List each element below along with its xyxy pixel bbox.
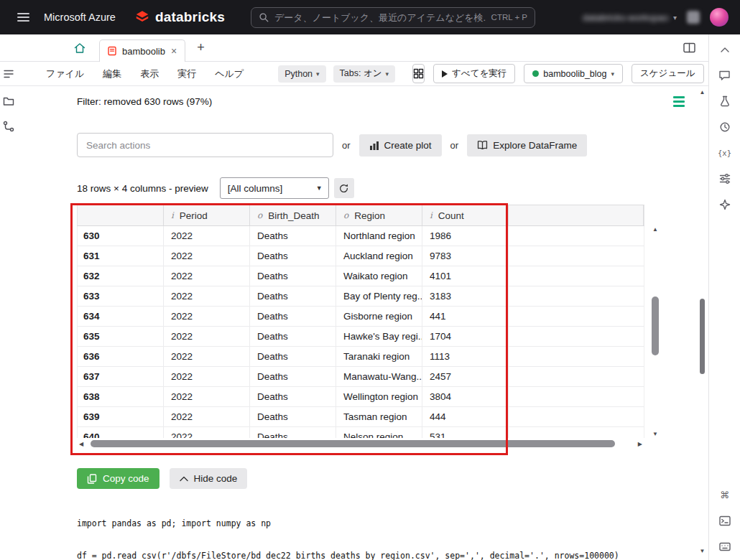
table-cell: Deaths bbox=[250, 367, 336, 386]
workspace-name-blurred: databricks-workspace bbox=[583, 12, 669, 23]
copy-code-button[interactable]: Copy code bbox=[77, 468, 159, 489]
right-icon-rail: {x} ⌘ bbox=[708, 34, 740, 560]
table-cell-filler bbox=[509, 367, 644, 386]
language-label: Python bbox=[285, 69, 313, 79]
menu-file[interactable]: ファイル bbox=[46, 67, 84, 80]
menu-help[interactable]: ヘルプ bbox=[215, 67, 244, 80]
assistant-sparkle-icon[interactable] bbox=[717, 198, 733, 211]
play-icon bbox=[442, 70, 448, 78]
cluster-label: bamboolib_blog bbox=[543, 69, 606, 79]
folder-icon[interactable] bbox=[3, 95, 14, 110]
tab-close-icon[interactable]: × bbox=[170, 45, 177, 57]
table-cell: Tasman region bbox=[336, 407, 422, 426]
arrow-down-icon[interactable]: ▼ bbox=[652, 431, 658, 438]
table-cell: Deaths bbox=[250, 347, 336, 366]
chevron-down-icon: ▼ bbox=[316, 185, 323, 192]
table-cell: 2022 bbox=[164, 367, 250, 386]
menu-run[interactable]: 実行 bbox=[177, 67, 196, 80]
table-cell: 2022 bbox=[164, 307, 250, 326]
comments-icon[interactable] bbox=[717, 69, 733, 82]
arrow-right-icon[interactable]: ▶ bbox=[638, 441, 642, 447]
tabs-toggle-dropdown[interactable]: Tabs: オン ▾ bbox=[333, 65, 395, 83]
collapse-up-icon[interactable] bbox=[717, 43, 733, 56]
table-cell: Auckland region bbox=[336, 246, 422, 266]
table-cell: 2022 bbox=[164, 407, 250, 426]
search-icon bbox=[259, 12, 269, 23]
table-cell-filler bbox=[509, 347, 644, 366]
page-scrollbar[interactable]: ▲ ▼ bbox=[698, 89, 707, 554]
avatar[interactable] bbox=[710, 8, 729, 27]
topbar: Microsoft Azure databricks CTRL + P data… bbox=[0, 0, 740, 34]
cluster-selector[interactable]: bamboolib_blog ▾ bbox=[524, 64, 623, 83]
hamburger-menu-icon[interactable] bbox=[14, 10, 32, 24]
table-horizontal-scrollbar[interactable]: ◀ ▶ bbox=[77, 438, 644, 449]
code-button-row: Copy code Hide code bbox=[77, 468, 695, 489]
table-body: 6302022DeathsNorthland region19866312022… bbox=[77, 226, 644, 438]
create-plot-button[interactable]: Create plot bbox=[359, 134, 442, 157]
sliders-icon[interactable] bbox=[717, 172, 733, 185]
table-cell: 9783 bbox=[422, 246, 509, 266]
databricks-logo-icon bbox=[134, 9, 150, 25]
run-all-button[interactable]: すべてを実行 bbox=[433, 64, 515, 83]
workspace-switcher[interactable]: databricks-workspace ▾ bbox=[583, 12, 677, 23]
terminal-icon[interactable] bbox=[717, 514, 733, 527]
schedule-button[interactable]: スケジュール bbox=[632, 64, 703, 83]
run-all-label: すべてを実行 bbox=[452, 67, 507, 80]
search-actions-input[interactable] bbox=[77, 133, 333, 157]
menu-view[interactable]: 表示 bbox=[140, 67, 159, 80]
table-cell-filler bbox=[509, 387, 644, 406]
table-cell-filler bbox=[509, 327, 644, 346]
copy-icon bbox=[87, 474, 97, 484]
refresh-icon bbox=[338, 183, 349, 194]
table-cell: Wellington region bbox=[336, 387, 422, 406]
create-plot-label: Create plot bbox=[384, 140, 432, 151]
home-icon[interactable] bbox=[70, 39, 89, 57]
table-vertical-scrollbar[interactable]: ▲ ▼ bbox=[650, 226, 660, 438]
keyboard-icon[interactable] bbox=[717, 540, 733, 553]
arrow-up-icon[interactable]: ▲ bbox=[700, 89, 706, 95]
refresh-button[interactable] bbox=[334, 178, 354, 198]
global-search-bar[interactable]: CTRL + P bbox=[251, 7, 535, 28]
hide-code-button[interactable]: Hide code bbox=[170, 468, 248, 489]
table-header-row: iPeriodoBirth_DeathoRegioniCount bbox=[77, 205, 644, 226]
explore-dataframe-button[interactable]: Explore DataFrame bbox=[467, 134, 587, 157]
bar-chart-icon bbox=[369, 141, 379, 150]
lineage-icon[interactable] bbox=[3, 121, 14, 135]
scrollbar-track[interactable] bbox=[699, 95, 706, 548]
dashboard-grid-button[interactable] bbox=[412, 64, 425, 83]
columns-dropdown[interactable]: [All columns] ▼ bbox=[220, 177, 329, 199]
global-search-input[interactable] bbox=[274, 12, 486, 23]
version-history-icon[interactable] bbox=[717, 121, 733, 134]
scrollbar-thumb[interactable] bbox=[700, 299, 705, 374]
table-of-contents-icon[interactable] bbox=[3, 68, 14, 83]
topbar-blurred-icon[interactable] bbox=[687, 11, 700, 24]
chevron-down-icon: ▾ bbox=[316, 70, 320, 78]
arrow-down-icon[interactable]: ▼ bbox=[700, 548, 706, 554]
scrollbar-thumb[interactable] bbox=[91, 440, 615, 447]
table-cell: Deaths bbox=[250, 407, 336, 426]
tab-bamboolib[interactable]: bamboolib × bbox=[99, 39, 185, 62]
table-cell: Taranaki region bbox=[336, 347, 422, 366]
arrow-left-icon[interactable]: ◀ bbox=[79, 441, 83, 447]
table-cell: 640 bbox=[78, 427, 164, 438]
scrollbar-thumb[interactable] bbox=[652, 297, 659, 355]
arrow-up-icon[interactable]: ▲ bbox=[652, 226, 658, 233]
scrollbar-track[interactable] bbox=[651, 233, 660, 431]
split-view-icon[interactable] bbox=[683, 42, 695, 53]
shortcuts-command-icon[interactable]: ⌘ bbox=[717, 488, 733, 501]
menu-edit[interactable]: 編集 bbox=[103, 67, 121, 80]
book-icon bbox=[477, 140, 488, 150]
language-dropdown[interactable]: Python ▾ bbox=[278, 65, 325, 83]
databricks-wordmark: databricks bbox=[155, 9, 225, 25]
table-cell: 3183 bbox=[422, 286, 509, 306]
table-cell: 441 bbox=[422, 307, 509, 326]
table-cell: Waikato region bbox=[336, 266, 422, 286]
bamboolib-cell-menu-icon[interactable] bbox=[671, 94, 687, 109]
variables-icon[interactable]: {x} bbox=[717, 146, 733, 159]
table-cell-filler bbox=[509, 307, 644, 326]
new-tab-button[interactable]: + bbox=[194, 40, 208, 55]
table-cell: 1704 bbox=[422, 327, 509, 346]
table-cell: Bay of Plenty reg... bbox=[336, 286, 422, 306]
scrollbar-track[interactable] bbox=[86, 439, 635, 448]
beaker-icon[interactable] bbox=[717, 95, 733, 108]
